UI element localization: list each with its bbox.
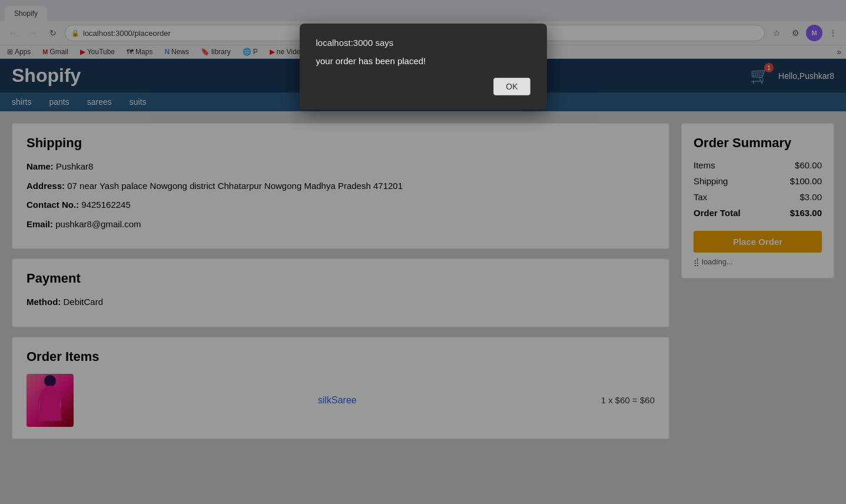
dialog-ok-button[interactable]: OK xyxy=(493,78,530,95)
dialog-box: localhost:3000 says your order has been … xyxy=(300,24,547,110)
dialog-actions: OK xyxy=(316,78,530,95)
dialog-overlay: localhost:3000 says your order has been … xyxy=(0,0,846,504)
dialog-title: localhost:3000 says xyxy=(316,38,530,48)
dialog-message: your order has been placed! xyxy=(316,56,530,66)
